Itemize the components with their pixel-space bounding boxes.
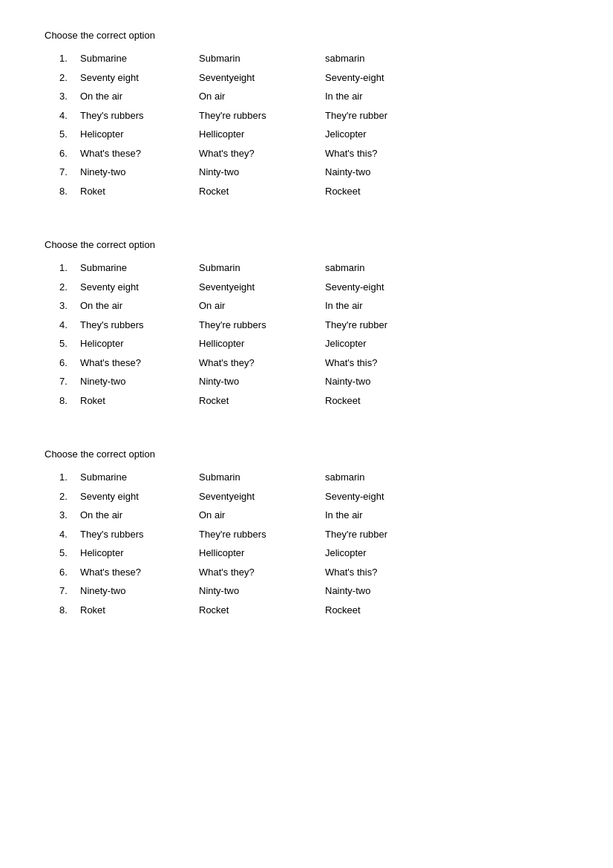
list-item: 3.On the airOn airIn the air	[59, 89, 568, 104]
list-item: 5.HelicopterHellicopterJelicopter	[59, 546, 568, 561]
list-item: 8.RoketRocketRockeet	[59, 394, 568, 408]
option-col-3: Rockeet	[325, 603, 436, 618]
option-col-1: Helicopter	[80, 127, 199, 142]
option-col-3: Jelicopter	[325, 546, 436, 561]
option-row: Seventy eightSeventyeightSeventy-eight	[80, 489, 568, 504]
option-row: HelicopterHellicopterJelicopter	[80, 127, 568, 142]
list-item: 2.Seventy eightSeventyeightSeventy-eight	[59, 71, 568, 85]
option-col-3: In the air	[325, 298, 436, 313]
option-row: What's these?What's they?What's this?	[80, 356, 568, 371]
list-item: 2.Seventy eightSeventyeightSeventy-eight	[59, 280, 568, 295]
option-col-3: Seventy-eight	[325, 280, 436, 295]
option-col-1: Seventy eight	[80, 489, 199, 504]
option-row: Ninety-twoNinty-twoNainty-two	[80, 374, 568, 389]
option-col-3: What's this?	[325, 356, 436, 371]
option-row: Ninety-twoNinty-twoNainty-two	[80, 165, 568, 180]
list-item: 3.On the airOn airIn the air	[59, 508, 568, 523]
option-row: They's rubbersThey're rubbersThey're rub…	[80, 108, 568, 123]
option-row: Seventy eightSeventyeightSeventy-eight	[80, 280, 568, 295]
option-col-3: Nainty-two	[325, 374, 436, 389]
option-col-1: Helicopter	[80, 336, 199, 351]
instruction-3: Choose the correct option	[45, 448, 568, 460]
option-row: On the airOn airIn the air	[80, 508, 568, 523]
list-item: 6.What's these?What's they?What's this?	[59, 565, 568, 580]
option-col-2: Submarin	[199, 51, 325, 66]
option-row: SubmarineSubmarinsabmarin	[80, 470, 568, 485]
option-col-1: Roket	[80, 394, 199, 408]
option-row: What's these?What's they?What's this?	[80, 146, 568, 161]
item-number: 3.	[59, 298, 80, 313]
option-col-1: Roket	[80, 184, 199, 199]
list-item: 4.They's rubbersThey're rubbersThey're r…	[59, 108, 568, 123]
option-col-2: Ninty-two	[199, 584, 325, 598]
option-col-1: Helicopter	[80, 546, 199, 561]
list-item: 4.They's rubbersThey're rubbersThey're r…	[59, 527, 568, 542]
option-col-1: Ninety-two	[80, 165, 199, 180]
option-col-1: Ninety-two	[80, 584, 199, 598]
item-number: 2.	[59, 489, 80, 504]
option-col-1: Seventy eight	[80, 71, 199, 85]
option-col-2: Hellicopter	[199, 127, 325, 142]
item-number: 6.	[59, 565, 80, 580]
option-col-3: Seventy-eight	[325, 489, 436, 504]
list-item: 7.Ninety-twoNinty-twoNainty-two	[59, 165, 568, 180]
option-row: SubmarineSubmarinsabmarin	[80, 261, 568, 275]
option-col-2: Seventyeight	[199, 71, 325, 85]
option-col-2: Rocket	[199, 603, 325, 618]
option-row: RoketRocketRockeet	[80, 603, 568, 618]
item-number: 5.	[59, 336, 80, 351]
item-number: 7.	[59, 374, 80, 389]
option-col-3: In the air	[325, 508, 436, 523]
option-col-2: On air	[199, 298, 325, 313]
option-col-3: sabmarin	[325, 261, 436, 275]
list-item: 6.What's these?What's they?What's this?	[59, 356, 568, 371]
option-row: What's these?What's they?What's this?	[80, 565, 568, 580]
option-col-3: sabmarin	[325, 51, 436, 66]
option-col-2: What's they?	[199, 356, 325, 371]
option-col-1: Submarine	[80, 51, 199, 66]
option-row: They's rubbersThey're rubbersThey're rub…	[80, 318, 568, 333]
list-item: 5.HelicopterHellicopterJelicopter	[59, 127, 568, 142]
list-item: 7.Ninety-twoNinty-twoNainty-two	[59, 374, 568, 389]
option-row: They's rubbersThey're rubbersThey're rub…	[80, 527, 568, 542]
option-row: HelicopterHellicopterJelicopter	[80, 336, 568, 351]
option-col-3: sabmarin	[325, 470, 436, 485]
list-item: 5.HelicopterHellicopterJelicopter	[59, 336, 568, 351]
item-number: 5.	[59, 546, 80, 561]
item-number: 5.	[59, 127, 80, 142]
item-number: 8.	[59, 184, 80, 199]
option-col-3: In the air	[325, 89, 436, 104]
item-number: 2.	[59, 71, 80, 85]
option-col-1: Submarine	[80, 261, 199, 275]
option-col-2: Seventyeight	[199, 280, 325, 295]
option-col-1: Roket	[80, 603, 199, 618]
section-3: Choose the correct option1.SubmarineSubm…	[45, 448, 568, 617]
option-col-2: Hellicopter	[199, 336, 325, 351]
option-row: Seventy eightSeventyeightSeventy-eight	[80, 71, 568, 85]
option-col-1: On the air	[80, 89, 199, 104]
item-number: 8.	[59, 394, 80, 408]
option-col-2: Hellicopter	[199, 546, 325, 561]
option-col-2: They're rubbers	[199, 318, 325, 333]
section-1: Choose the correct option1.SubmarineSubm…	[45, 30, 568, 198]
item-number: 1.	[59, 261, 80, 275]
option-col-3: Jelicopter	[325, 336, 436, 351]
options-list-1: 1.SubmarineSubmarinsabmarin2.Seventy eig…	[45, 51, 568, 198]
item-number: 1.	[59, 470, 80, 485]
option-col-1: They's rubbers	[80, 108, 199, 123]
option-col-1: They's rubbers	[80, 527, 199, 542]
option-col-1: What's these?	[80, 146, 199, 161]
option-col-2: Rocket	[199, 394, 325, 408]
option-col-1: On the air	[80, 508, 199, 523]
option-col-1: What's these?	[80, 565, 199, 580]
list-item: 8.RoketRocketRockeet	[59, 603, 568, 618]
option-col-1: They's rubbers	[80, 318, 199, 333]
option-col-3: They're rubber	[325, 527, 436, 542]
option-col-3: Rockeet	[325, 394, 436, 408]
option-col-3: They're rubber	[325, 318, 436, 333]
item-number: 7.	[59, 584, 80, 598]
option-col-2: On air	[199, 508, 325, 523]
item-number: 6.	[59, 356, 80, 371]
section-2: Choose the correct option1.SubmarineSubm…	[45, 239, 568, 408]
option-col-2: They're rubbers	[199, 527, 325, 542]
